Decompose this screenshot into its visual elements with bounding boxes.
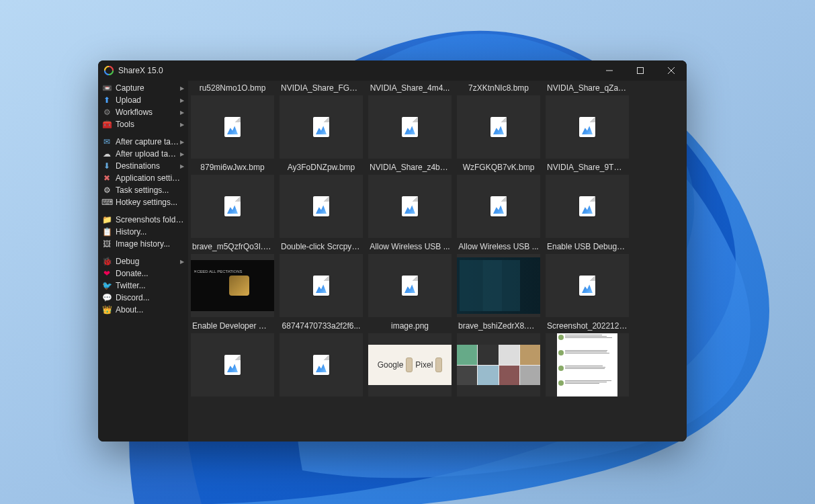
file-name-label: NVIDIA_Share_4m4... [367,82,453,94]
file-thumbnail[interactable]: NVIDIA_Share_9TW... [544,161,630,238]
image-placeholder-icon [579,117,595,137]
after-icon: ☁ [102,149,112,159]
thumbnail-preview [546,333,629,396]
file-thumbnail[interactable]: Ay3FoDNZpw.bmp [278,161,364,238]
sidebar-item-tools[interactable]: 🧰Tools▶ [98,118,188,130]
file-thumbnail[interactable]: Allow Wireless USB ... [367,241,453,317]
thumbnail-preview [191,95,274,159]
submenu-arrow-icon: ▶ [180,139,184,145]
sidebar-item-donate[interactable]: ❤Donate... [98,267,188,280]
sidebar-item-label: Discord... [116,293,184,302]
sidebar-item-label: Twitter... [116,281,184,290]
sidebar-item-label: Destinations [116,161,180,171]
sidebar-item-label: Hotkey settings... [116,198,184,207]
image-placeholder-icon [579,276,595,296]
image-placeholder-icon [490,117,507,137]
sidebar-item-upload[interactable]: ⬆Upload▶ [98,94,188,106]
file-name-label: Double-click Scrcpy t... [278,241,364,253]
file-thumbnail[interactable]: Enable Developer Op... [189,320,275,396]
file-thumbnail[interactable]: 68747470733a2f2f6... [278,320,364,396]
sidebar-item-task-settings[interactable]: ⚙Task settings... [98,184,188,196]
sidebar-item-label: Tools [116,120,180,129]
file-thumbnail[interactable]: 879mi6wJwx.bmp [189,161,275,238]
thumbnail-preview [457,333,540,396]
sidebar-item-label: Task settings... [116,185,184,195]
sidebar: 📼Capture▶⬆Upload▶⚙Workflows▶🧰Tools▶✉Afte… [98,81,188,442]
sidebar-item-history[interactable]: 📋History... [98,226,188,238]
menu-separator [98,208,188,214]
image-placeholder-icon [402,196,418,216]
twitter-icon: 🐦 [102,281,112,290]
titlebar[interactable]: ShareX 15.0 [98,60,687,81]
file-thumbnail[interactable]: ru528Nmo1O.bmp [189,82,275,159]
thumbnail-preview [191,333,274,396]
history-icon: 📋 [102,227,112,237]
image-placeholder-icon [313,117,329,137]
preview-image: ✕CEED ALL PECTATIONS [191,260,274,310]
window-title: ShareX 15.0 [118,66,594,75]
file-name-label: Allow Wireless USB ... [367,241,453,253]
thumbnail-area[interactable]: ru528Nmo1O.bmpNVIDIA_Share_FGO...NVIDIA_… [188,81,687,442]
file-name-label: NVIDIA_Share_FGO... [278,82,364,94]
preview-image [557,333,617,396]
thumbnail-preview [191,175,274,238]
submenu-arrow-icon: ▶ [180,85,184,91]
thumbnail-preview [368,254,452,317]
file-thumbnail[interactable]: image.pngGooglePixel [367,320,453,396]
sidebar-item-discord[interactable]: 💬Discord... [98,292,188,304]
file-thumbnail[interactable]: Double-click Scrcpy t... [278,241,364,317]
application-icon: ✖ [102,173,112,183]
thumbnail-preview [280,95,363,159]
sidebar-item-after-upload-tasks[interactable]: ☁After upload tasks▶ [98,148,188,160]
file-thumbnail[interactable]: NVIDIA_Share_FGO... [278,82,364,159]
submenu-arrow-icon: ▶ [180,163,184,169]
file-name-label: 7zXKtnNIc8.bmp [456,82,542,94]
maximize-button[interactable] [625,60,656,81]
file-thumbnail[interactable]: NVIDIA_Share_qZa6... [544,82,630,159]
file-name-label: NVIDIA_Share_qZa6... [544,82,630,94]
file-thumbnail[interactable]: Screenshot_2022121... [544,320,630,396]
sidebar-item-destinations[interactable]: ⬇Destinations▶ [98,160,188,172]
sidebar-item-workflows[interactable]: ⚙Workflows▶ [98,106,188,118]
about-icon: 👑 [102,305,112,314]
image-placeholder-icon [313,196,329,216]
sidebar-item-debug[interactable]: 🐞Debug▶ [98,255,188,267]
tools-icon: 🧰 [102,120,112,129]
image-placeholder-icon [313,276,329,296]
preview-image [457,345,540,385]
destinations-icon: ⬇ [102,161,112,171]
sidebar-item-capture[interactable]: 📼Capture▶ [98,82,188,94]
sidebar-item-about[interactable]: 👑About... [98,304,188,316]
close-button[interactable] [656,60,687,81]
file-name-label: 879mi6wJwx.bmp [189,161,275,173]
sidebar-item-screenshots-folder[interactable]: 📁Screenshots folder... [98,214,188,226]
capture-icon: 📼 [102,83,112,93]
file-thumbnail[interactable]: WzFGKQB7vK.bmp [456,161,542,238]
sidebar-item-label: Upload [116,95,180,105]
sidebar-item-label: Image history... [116,239,184,249]
image-placeholder-icon [402,117,418,137]
file-name-label: Ay3FoDNZpw.bmp [278,161,364,173]
thumbnail-preview [368,95,452,159]
file-thumbnail[interactable]: Allow Wireless USB ... [456,241,542,317]
file-name-label: 68747470733a2f2f6... [278,320,364,332]
file-thumbnail[interactable]: brave_m5QzfrQo3I.p...✕CEED ALL PECTATION… [189,241,275,317]
file-name-label: Enable Developer Op... [189,320,275,332]
file-thumbnail[interactable]: 7zXKtnNIc8.bmp [456,82,542,159]
file-thumbnail[interactable]: brave_bshiZedrX8.png [456,320,542,396]
thumbnail-preview [457,254,540,317]
sidebar-item-twitter[interactable]: 🐦Twitter... [98,280,188,292]
sidebar-item-label: Screenshots folder... [116,215,184,224]
sidebar-item-hotkey-settings[interactable]: ⌨Hotkey settings... [98,196,188,208]
sidebar-item-image-history[interactable]: 🖼Image history... [98,238,188,250]
sidebar-item-after-capture-tasks[interactable]: ✉After capture tasks▶ [98,136,188,148]
file-thumbnail[interactable]: NVIDIA_Share_z4bc... [367,161,453,238]
menu-separator [98,250,188,255]
file-thumbnail[interactable]: Enable USB Debuggi... [544,241,630,317]
sidebar-item-application-settings[interactable]: ✖Application settings... [98,172,188,184]
file-thumbnail[interactable]: NVIDIA_Share_4m4... [367,82,453,159]
submenu-arrow-icon: ▶ [180,97,184,103]
sidebar-item-label: After upload tasks [116,149,180,159]
sidebar-item-label: History... [116,227,184,237]
minimize-button[interactable] [594,60,625,81]
